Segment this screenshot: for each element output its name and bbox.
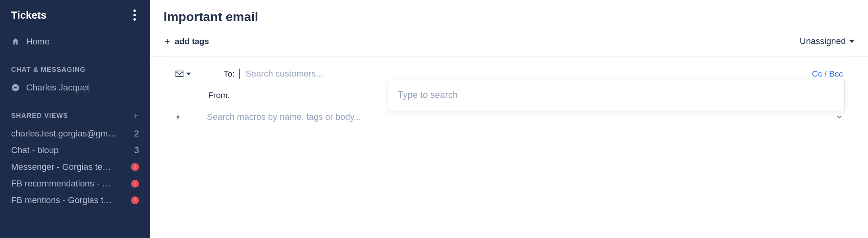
shared-view-label: Chat - bloup: [11, 145, 127, 155]
shared-view-item[interactable]: FB mentions - Gorgias t… !: [0, 192, 150, 209]
plus-icon: [164, 38, 171, 45]
cc-bcc-toggle[interactable]: Cc / Bcc: [812, 69, 843, 79]
caret-down-icon: [849, 40, 854, 43]
to-input[interactable]: [245, 69, 806, 79]
shared-view-item[interactable]: charles.test.gorgias@gm… 2: [0, 125, 150, 142]
add-tags-button[interactable]: add tags: [164, 36, 209, 46]
page-title: Important email: [164, 10, 854, 24]
chat-item-label: Charles Jacquet: [26, 83, 89, 93]
compose-panel: To: Cc / Bcc From:: [166, 63, 852, 128]
section-shared-header: SHARED VIEWS: [0, 112, 150, 120]
error-badge-icon: !: [131, 163, 139, 171]
macro-icon: [175, 113, 181, 121]
section-shared-label: SHARED VIEWS: [11, 112, 68, 120]
email-icon: [175, 70, 184, 77]
shared-view-label: FB mentions - Gorgias t…: [11, 195, 127, 205]
shared-view-label: charles.test.gorgias@gm…: [11, 129, 127, 139]
from-label: From:: [192, 90, 230, 100]
assignee-label: Unassigned: [800, 36, 846, 46]
messenger-icon: [11, 83, 20, 92]
customer-search-dropdown: [388, 79, 845, 111]
tag-row: add tags Unassigned: [150, 29, 868, 57]
add-shared-view-icon[interactable]: [133, 113, 139, 119]
sidebar-header: Tickets: [0, 8, 150, 33]
customer-search-input[interactable]: [388, 79, 844, 111]
shared-view-count: 3: [131, 145, 139, 155]
sidebar-title: Tickets: [11, 9, 46, 21]
macro-expand-chevron-icon[interactable]: [836, 113, 843, 121]
add-tags-label: add tags: [175, 36, 209, 46]
shared-view-item[interactable]: Chat - bloup 3: [0, 142, 150, 159]
caret-down-icon: [186, 73, 191, 75]
error-badge-icon: !: [131, 196, 139, 204]
nav-home[interactable]: Home: [0, 33, 150, 50]
sidebar: Tickets Home CHAT & MESSAGING Charles Ja…: [0, 0, 150, 238]
channel-selector[interactable]: [175, 70, 191, 77]
more-menu-icon[interactable]: [130, 8, 139, 22]
assignee-dropdown[interactable]: Unassigned: [800, 36, 854, 46]
macro-search-input[interactable]: [207, 112, 830, 122]
main: Important email add tags Unassigned To:: [150, 0, 868, 238]
nav-home-label: Home: [26, 36, 50, 47]
home-icon: [11, 37, 20, 46]
section-chat-header: CHAT & MESSAGING: [0, 66, 150, 74]
shared-view-label: FB recommendations - …: [11, 178, 127, 189]
text-cursor: [239, 69, 240, 79]
shared-view-count: 2: [131, 129, 139, 139]
chat-item-charles[interactable]: Charles Jacquet: [0, 79, 150, 96]
section-chat-label: CHAT & MESSAGING: [11, 66, 86, 74]
shared-view-item[interactable]: Messenger - Gorgias te… !: [0, 159, 150, 175]
to-label: To:: [197, 69, 235, 79]
shared-view-label: Messenger - Gorgias te…: [11, 162, 127, 172]
shared-view-item[interactable]: FB recommendations - … !: [0, 175, 150, 192]
page-header: Important email: [150, 0, 868, 29]
error-badge-icon: !: [131, 180, 139, 188]
